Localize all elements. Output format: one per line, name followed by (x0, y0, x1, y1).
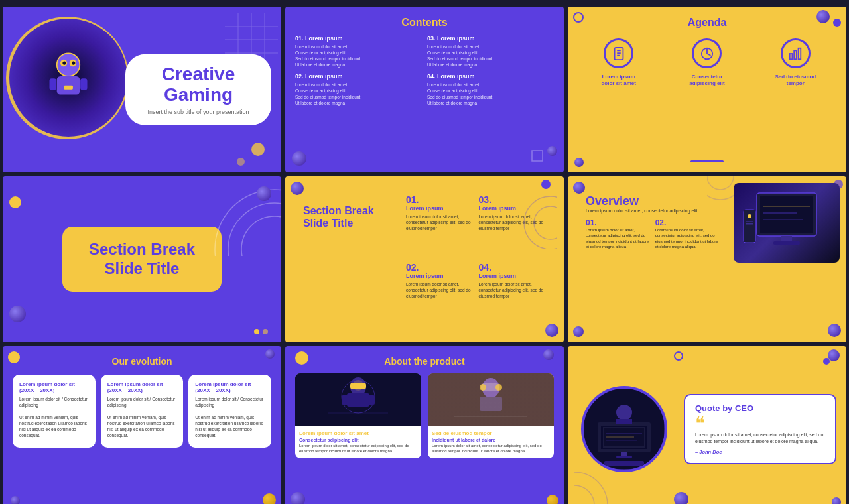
deco-s7-3 (263, 493, 276, 504)
deco-dots (254, 329, 268, 334)
svg-rect-31 (794, 50, 797, 59)
slide-6[interactable]: Overview Lorem ipsum dolor sit amet, con… (568, 176, 846, 342)
deco-s8-2 (543, 349, 554, 360)
evo-card-1-title: Lorem ipsum dolor sit(20XX – 20XX) (19, 381, 89, 393)
slide-1[interactable]: Creative Gaming Insert the sub title of … (3, 7, 281, 172)
content-item-2-heading: 02. Lorem ipsum (295, 73, 422, 80)
overview-image (734, 183, 840, 263)
slide5-num-1: 01. (406, 194, 474, 205)
svg-rect-12 (80, 78, 87, 90)
deco-sphere-2 (833, 19, 841, 27)
overview-num-2: 02. (655, 218, 720, 227)
agenda-item-3-label: Sed do eiusmodtempor (755, 74, 836, 88)
slide5-h-1: Lorem ipsum (406, 205, 474, 212)
svg-point-33 (241, 216, 281, 256)
slides-grid: Creative Gaming Insert the sub title of … (0, 0, 849, 504)
product-heading-2: Sed de eiusmod tempor (432, 430, 550, 436)
svg-rect-24 (532, 151, 543, 161)
deco-s9-1 (674, 351, 683, 361)
deco-s7-2 (265, 349, 275, 359)
content-item-3-heading: 03. Lorem ipsum (427, 35, 554, 42)
svg-point-58 (353, 380, 363, 391)
evo-card-3-sub: Lorem ipsum dolor sit / Consectetur adip… (195, 396, 265, 408)
deco-s5-3 (545, 324, 558, 337)
slide5-header-col: Section BreakSlide Title (303, 194, 396, 324)
svg-rect-74 (604, 428, 644, 446)
svg-rect-79 (616, 456, 632, 458)
contents-grid: 01. Lorem ipsum Lorem ipsum dolor sit am… (295, 35, 554, 106)
product-img-2 (428, 373, 554, 426)
slide5-p-2: Lorem ipsum dolor sit amet, consectetur … (406, 281, 474, 299)
deco-s7-1 (8, 351, 20, 363)
slide5-item-4: 04. Lorem ipsum Lorem ipsum dolor sit am… (479, 262, 547, 324)
slide-5[interactable]: Section BreakSlide Title 01. Lorem ipsum… (285, 176, 564, 342)
deco-s5-1 (291, 182, 304, 195)
product-info-1: Lorem ipsum dolor sit amet Consectetur a… (295, 426, 421, 458)
slide-8[interactable]: About the product (285, 346, 564, 504)
evo-title: Our evolution (13, 356, 271, 367)
svg-rect-66 (428, 373, 554, 426)
deco-s7-4 (11, 496, 20, 504)
svg-point-36 (534, 206, 557, 239)
deco-s6-3 (573, 326, 584, 337)
overview-num-1: 01. (586, 218, 650, 227)
evo-card-2-body: Ut enim ad minim veniam, quis nostrud ex… (107, 414, 177, 438)
product-text-2: Lorem ipsum dolor sit amet, consectetur … (432, 444, 550, 454)
slide-3[interactable]: Agenda Lorem ipsumdolor sit amet (568, 7, 846, 172)
quote-box: Quote by CEO ❝ Lorem ipsum dolor sit ame… (684, 394, 836, 464)
svg-rect-46 (773, 241, 800, 245)
evo-card-3-body: Ut enim ad minim veniam, quis nostrud ex… (195, 414, 265, 438)
evo-card-1-sub: Lorem ipsum dolor sit / Consectetur adip… (19, 396, 89, 408)
slide5-layout: Section BreakSlide Title 01. Lorem ipsum… (295, 186, 554, 332)
agenda-item-1-label: Lorem ipsumdolor sit amet (578, 74, 659, 88)
svg-rect-56 (342, 395, 348, 405)
agenda-icon-2 (692, 38, 722, 68)
deco-s8-3 (291, 492, 305, 504)
svg-rect-49 (746, 221, 753, 222)
slide5-p-1: Lorem ipsum dolor sit amet, consectetur … (406, 214, 474, 231)
quote-author: – John Doe (695, 449, 825, 455)
evo-cards: Lorem ipsum dolor sit(20XX – 20XX) Lorem… (13, 375, 271, 448)
deco-line (690, 160, 724, 162)
svg-rect-32 (799, 48, 801, 59)
slide-4[interactable]: Section BreakSlide Title (3, 176, 281, 342)
title-line1: Creative (162, 64, 235, 84)
slide-9[interactable]: Quote by CEO ❝ Lorem ipsum dolor sit ame… (568, 346, 846, 504)
section5-header: Section BreakSlide Title (303, 204, 396, 229)
title-line2: Gaming (164, 84, 233, 105)
slide5-item-2: 02. Lorem ipsum Lorem ipsum dolor sit am… (406, 262, 474, 324)
svg-rect-30 (790, 54, 793, 59)
svg-point-48 (748, 214, 751, 218)
overview-item-1: 01. Lorem ipsum dolor sit amet, consecte… (586, 218, 650, 250)
evo-card-2-sub: Lorem ipsum dolor sit / Consectetur adip… (107, 396, 177, 408)
product-heading-1: Lorem ipsum dolor sit amet (299, 430, 417, 436)
slide-2[interactable]: Contents 01. Lorem ipsum Lorem ipsum dol… (285, 7, 564, 172)
deco-circle-2 (237, 158, 245, 166)
content-item-1: 01. Lorem ipsum Lorem ipsum dolor sit am… (295, 35, 422, 68)
product-card-2: Sed de eiusmod tempor Incididunt ut labo… (428, 373, 554, 458)
deco-s8-4 (547, 495, 558, 504)
svg-rect-80 (604, 461, 644, 466)
quote-text: Lorem ipsum dolor sit amet, consectetur … (695, 432, 825, 446)
quote-mark: ❝ (695, 416, 825, 431)
overview-items: 01. Lorem ipsum dolor sit amet, consecte… (586, 218, 719, 250)
content-item-4: 04. Lorem ipsum Lorem ipsum dolor sit am… (427, 73, 554, 105)
deco-sphere-left (9, 306, 26, 322)
evo-card-1-body: Ut enim ad minim veniam, quis nostrud ex… (19, 414, 89, 438)
agenda-icon-3 (781, 38, 811, 68)
agenda-title: Agenda (578, 17, 836, 29)
deco-s8-1 (295, 351, 308, 365)
deco-outline-1 (573, 12, 584, 23)
evo-card-1: Lorem ipsum dolor sit(20XX – 20XX) Lorem… (13, 375, 96, 448)
deco-s9-5 (832, 497, 841, 504)
overview-p-1: Lorem ipsum dolor sit amet, consectetur … (586, 227, 650, 250)
product-sub-2: Incididunt ut labore et dalore (432, 438, 550, 442)
agenda-items: Lorem ipsumdolor sit amet Consecteturadi… (578, 38, 836, 88)
section-break-box: Section BreakSlide Title (62, 227, 222, 292)
deco-s9-4 (674, 492, 688, 504)
product-img-1 (295, 373, 421, 426)
slide-7[interactable]: Our evolution Lorem ipsum dolor sit(20XX… (3, 346, 281, 504)
svg-point-35 (215, 190, 281, 256)
product-info-2: Sed de eiusmod tempor Incididunt ut labo… (428, 426, 554, 458)
svg-point-34 (228, 203, 281, 256)
